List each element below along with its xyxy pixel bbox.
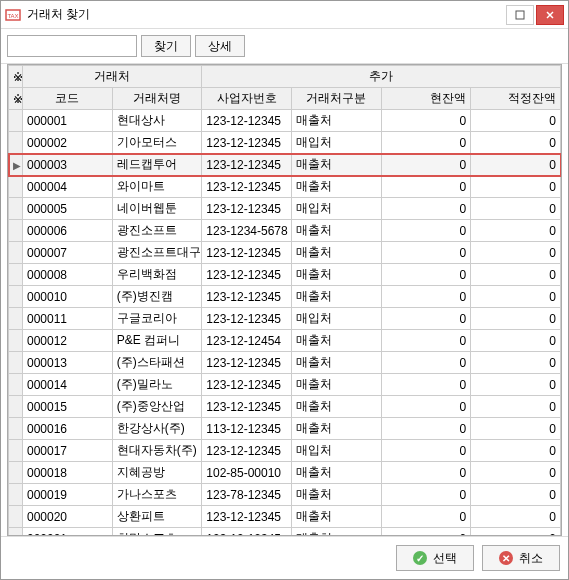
cell-bizno[interactable]: 123-12-12345 xyxy=(202,308,292,330)
cell-code[interactable]: 000020 xyxy=(23,506,113,528)
cell-bizno[interactable]: 123-12-12345 xyxy=(202,154,292,176)
cell-proper[interactable]: 0 xyxy=(471,462,561,484)
cell-balance[interactable]: 0 xyxy=(381,528,471,537)
cell-type[interactable]: 매출처 xyxy=(291,418,381,440)
cell-bizno[interactable]: 123-12-12345 xyxy=(202,264,292,286)
cell-code[interactable]: 000018 xyxy=(23,462,113,484)
cell-name[interactable]: 한강상사(주) xyxy=(112,418,202,440)
cell-balance[interactable]: 0 xyxy=(381,506,471,528)
cell-type[interactable]: 매출처 xyxy=(291,352,381,374)
cell-type[interactable]: 매출처 xyxy=(291,286,381,308)
row-selector[interactable] xyxy=(9,242,23,264)
table-row[interactable]: 000015(주)중앙산업123-12-12345매출처00 xyxy=(9,396,561,418)
cell-proper[interactable]: 0 xyxy=(471,484,561,506)
row-selector[interactable] xyxy=(9,528,23,537)
cell-proper[interactable]: 0 xyxy=(471,286,561,308)
cell-name[interactable]: 기아모터스 xyxy=(112,132,202,154)
cell-proper[interactable]: 0 xyxy=(471,110,561,132)
cell-name[interactable]: 광진소프트 xyxy=(112,220,202,242)
row-selector[interactable]: ▶ xyxy=(9,154,23,176)
cell-bizno[interactable]: 123-12-12345 xyxy=(202,198,292,220)
cell-balance[interactable]: 0 xyxy=(381,352,471,374)
cell-bizno[interactable]: 123-12-12454 xyxy=(202,330,292,352)
cell-balance[interactable]: 0 xyxy=(381,396,471,418)
cell-name[interactable]: 구글코리아 xyxy=(112,308,202,330)
cell-name[interactable]: 상환피트 xyxy=(112,506,202,528)
cell-type[interactable]: 매출처 xyxy=(291,220,381,242)
cell-balance[interactable]: 0 xyxy=(381,440,471,462)
cell-proper[interactable]: 0 xyxy=(471,198,561,220)
cell-balance[interactable]: 0 xyxy=(381,176,471,198)
table-row[interactable]: 000007광진소프트대구센터123-12-12345매출처00 xyxy=(9,242,561,264)
cell-type[interactable]: 매출처 xyxy=(291,396,381,418)
row-selector[interactable] xyxy=(9,440,23,462)
cell-name[interactable]: 레드캡투어 xyxy=(112,154,202,176)
cell-type[interactable]: 매입처 xyxy=(291,198,381,220)
cell-code[interactable]: 000006 xyxy=(23,220,113,242)
cell-name[interactable]: 지혜공방 xyxy=(112,462,202,484)
close-button[interactable] xyxy=(536,5,564,25)
row-selector[interactable] xyxy=(9,352,23,374)
cell-name[interactable]: 와이마트 xyxy=(112,176,202,198)
cell-bizno[interactable]: 113-12-12345 xyxy=(202,418,292,440)
cell-type[interactable]: 매출처 xyxy=(291,154,381,176)
header-selector[interactable]: ※ xyxy=(9,66,23,88)
cell-bizno[interactable]: 123-12-12345 xyxy=(202,440,292,462)
table-row[interactable]: 000011구글코리아123-12-12345매입처00 xyxy=(9,308,561,330)
cell-code[interactable]: 000010 xyxy=(23,286,113,308)
cell-bizno[interactable]: 123-12-12345 xyxy=(202,352,292,374)
cell-name[interactable]: 희망스포츠 xyxy=(112,528,202,537)
cell-type[interactable]: 매출처 xyxy=(291,484,381,506)
cell-balance[interactable]: 0 xyxy=(381,132,471,154)
cell-proper[interactable]: 0 xyxy=(471,308,561,330)
cell-type[interactable]: 매출처 xyxy=(291,374,381,396)
cell-balance[interactable]: 0 xyxy=(381,308,471,330)
cell-name[interactable]: 네이버웹툰 xyxy=(112,198,202,220)
cell-bizno[interactable]: 123-12-12345 xyxy=(202,396,292,418)
cell-balance[interactable]: 0 xyxy=(381,374,471,396)
table-row[interactable]: 000002기아모터스123-12-12345매입처00 xyxy=(9,132,561,154)
row-selector[interactable] xyxy=(9,220,23,242)
row-selector[interactable] xyxy=(9,330,23,352)
cell-bizno[interactable]: 123-12-12345 xyxy=(202,528,292,537)
cell-type[interactable]: 매출처 xyxy=(291,242,381,264)
row-selector[interactable] xyxy=(9,176,23,198)
cell-code[interactable]: 000019 xyxy=(23,484,113,506)
cell-type[interactable]: 매출처 xyxy=(291,264,381,286)
cell-code[interactable]: 000014 xyxy=(23,374,113,396)
cell-code[interactable]: 000011 xyxy=(23,308,113,330)
row-selector[interactable] xyxy=(9,308,23,330)
cell-proper[interactable]: 0 xyxy=(471,418,561,440)
cell-balance[interactable]: 0 xyxy=(381,220,471,242)
table-row[interactable]: 000005네이버웹툰123-12-12345매입처00 xyxy=(9,198,561,220)
cell-proper[interactable]: 0 xyxy=(471,154,561,176)
cell-proper[interactable]: 0 xyxy=(471,352,561,374)
cell-bizno[interactable]: 123-78-12345 xyxy=(202,484,292,506)
cell-type[interactable]: 매출처 xyxy=(291,110,381,132)
cell-code[interactable]: 000004 xyxy=(23,176,113,198)
table-row[interactable]: 000021희망스포츠123-12-12345매출처00 xyxy=(9,528,561,537)
row-selector[interactable] xyxy=(9,506,23,528)
cell-balance[interactable]: 0 xyxy=(381,330,471,352)
cell-type[interactable]: 매출처 xyxy=(291,528,381,537)
cell-code[interactable]: 000008 xyxy=(23,264,113,286)
cell-code[interactable]: 000012 xyxy=(23,330,113,352)
row-selector[interactable] xyxy=(9,484,23,506)
row-selector[interactable] xyxy=(9,198,23,220)
cell-bizno[interactable]: 123-12-12345 xyxy=(202,132,292,154)
cell-code[interactable]: 000005 xyxy=(23,198,113,220)
table-row[interactable]: 000020상환피트123-12-12345매출처00 xyxy=(9,506,561,528)
cell-proper[interactable]: 0 xyxy=(471,440,561,462)
cell-name[interactable]: (주)병진캠 xyxy=(112,286,202,308)
cell-bizno[interactable]: 102-85-00010 xyxy=(202,462,292,484)
cell-proper[interactable]: 0 xyxy=(471,176,561,198)
row-selector[interactable] xyxy=(9,110,23,132)
cell-proper[interactable]: 0 xyxy=(471,506,561,528)
cell-type[interactable]: 매출처 xyxy=(291,176,381,198)
row-selector[interactable] xyxy=(9,396,23,418)
cell-name[interactable]: 가나스포츠 xyxy=(112,484,202,506)
cell-proper[interactable]: 0 xyxy=(471,264,561,286)
find-button[interactable]: 찾기 xyxy=(141,35,191,57)
table-row[interactable]: 000017현대자동차(주)123-12-12345매입처00 xyxy=(9,440,561,462)
header-balance[interactable]: 현잔액 xyxy=(381,88,471,110)
